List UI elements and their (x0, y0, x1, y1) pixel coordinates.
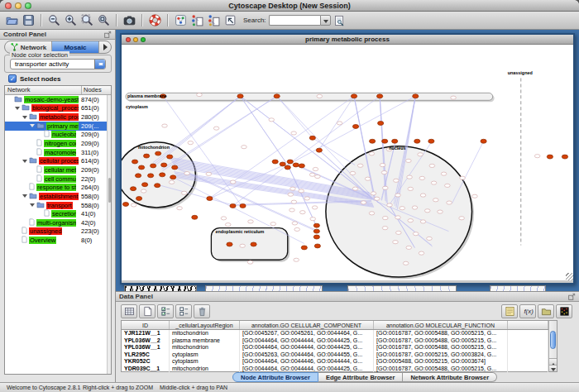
network-node-unselected[interactable] (382, 217, 388, 220)
network-node-unselected[interactable] (315, 174, 321, 178)
network-node-unselected[interactable] (242, 146, 247, 149)
network-node-unselected[interactable] (291, 131, 297, 135)
network-node-selected[interactable] (414, 139, 420, 143)
network-node-unselected[interactable] (181, 191, 187, 194)
network-node-unselected[interactable] (290, 208, 295, 212)
network-node-unselected[interactable] (420, 194, 426, 197)
float-panel-icon[interactable] (104, 31, 112, 38)
column-header-ID[interactable]: ID (122, 321, 170, 329)
network-node-selected[interactable] (138, 165, 144, 170)
network-node-selected[interactable] (135, 174, 141, 178)
network-node-unselected[interactable] (352, 187, 358, 190)
zoom-fit-button[interactable] (95, 12, 112, 28)
network-node-unselected[interactable] (357, 164, 363, 167)
network-view-titlebar[interactable]: primary metabolic process (122, 35, 573, 45)
network-node-unselected[interactable] (371, 192, 376, 195)
table-row-YLR295C[interactable]: YLR295Ccytoplasm[GO:0045263, GO:0044464,… (122, 351, 557, 359)
network-node-selected[interactable] (392, 139, 398, 143)
network-node-unselected[interactable] (350, 171, 356, 174)
help-ring-button[interactable] (146, 12, 163, 28)
network-node-unselected[interactable] (431, 181, 437, 184)
network-node-unselected[interactable] (247, 261, 253, 264)
tree-expand-icon[interactable] (22, 116, 27, 122)
network-node-unselected[interactable] (419, 176, 425, 179)
attribute-matrix-button[interactable] (556, 304, 572, 318)
tree-row-biological-process[interactable]: biological_process651(0) (5, 104, 111, 113)
zoom-out-button[interactable] (45, 12, 62, 28)
network-node-selected[interactable] (369, 139, 375, 143)
network-node-unselected[interactable] (294, 227, 300, 231)
network-node-unselected[interactable] (382, 227, 388, 230)
save-button[interactable] (20, 12, 36, 28)
snapshot-button[interactable] (121, 12, 137, 28)
network-node-selected[interactable] (122, 202, 128, 206)
zoom-selected-button[interactable] (79, 12, 95, 28)
network-node-selected[interactable] (280, 162, 285, 166)
network-node-unselected[interactable] (288, 193, 294, 196)
network-node-unselected[interactable] (438, 210, 443, 213)
select-attributes-button[interactable] (157, 304, 174, 318)
network-node-unselected[interactable] (206, 172, 212, 175)
network-node-selected[interactable] (382, 139, 388, 143)
tab-network-attribute-browser[interactable]: Network Attribute Browser (403, 372, 497, 382)
unselect-attributes-button[interactable] (175, 304, 192, 318)
network-svg[interactable]: plasma membranecytoplasmmitochondrionnuc… (122, 45, 573, 280)
network-node-selected[interactable] (313, 223, 319, 227)
tree-expand-icon[interactable] (15, 107, 20, 112)
network-node-selected[interactable] (428, 139, 434, 143)
tree-expand-icon[interactable] (22, 194, 27, 200)
network-node-unselected[interactable] (424, 209, 430, 213)
advanced-search-button[interactable] (331, 12, 347, 28)
network-node-selected[interactable] (299, 164, 304, 168)
network-node-selected[interactable] (301, 246, 307, 250)
network-node-unselected[interactable] (337, 122, 342, 125)
network-node-unselected[interactable] (270, 222, 276, 226)
import-attributes-button[interactable] (538, 304, 554, 318)
network-node-unselected[interactable] (441, 172, 447, 175)
tree-row-metabolic-process[interactable]: metabolic process280(0) (5, 112, 111, 122)
node-color-dropdown[interactable]: transporter activity (10, 59, 106, 69)
network-node-selected[interactable] (481, 139, 486, 143)
network-node-unselected[interactable] (472, 194, 478, 198)
network-node-unselected[interactable] (177, 207, 183, 210)
network-node-selected[interactable] (141, 183, 147, 187)
network-node-unselected[interactable] (240, 244, 246, 247)
tree-row-primary-metabo[interactable]: primary metabo209(... (5, 122, 111, 131)
tab-overflow-button[interactable] (99, 41, 111, 53)
network-node-unselected[interactable] (406, 246, 412, 249)
float-panel-icon[interactable] (568, 293, 576, 300)
table-row-YKR052C[interactable]: YKR052Ccytoplasm[GO:0044464, GO:0044446,… (122, 358, 557, 366)
tree-row-secretion[interactable]: secretion41(0) (5, 209, 111, 218)
network-node-unselected[interactable] (408, 219, 414, 222)
network-node-selected[interactable] (562, 155, 567, 159)
network-node-selected[interactable] (285, 165, 290, 170)
network-node-selected[interactable] (230, 203, 236, 208)
tree-scrollbar[interactable] (107, 95, 111, 374)
network-node-unselected[interactable] (213, 127, 219, 130)
network-view-window[interactable]: primary metabolic process plasma membran… (120, 33, 575, 284)
network-node-unselected[interactable] (460, 176, 466, 179)
background-network-window[interactable] (124, 285, 197, 291)
network-node-selected[interactable] (351, 94, 356, 98)
network-node-selected[interactable] (287, 160, 293, 164)
network-node-unselected[interactable] (447, 201, 452, 204)
import-edges-button[interactable] (205, 12, 222, 28)
column-header-annotation.GO MOLECULAR_FUNCTION[interactable]: annotation.GO MOLECULAR_FUNCTION (374, 321, 508, 329)
network-node-selected[interactable] (237, 94, 243, 98)
tree-row-multi-organism-pro[interactable]: multi-organism pro42(0) (5, 218, 111, 227)
network-node-unselected[interactable] (248, 220, 254, 223)
vizmapper-button[interactable] (172, 12, 189, 28)
search-dropdown-arrow-icon[interactable] (320, 15, 331, 26)
network-node-unselected[interactable] (299, 189, 304, 193)
column-header-annotation.GO CELLULAR_COMPONENT[interactable]: annotation.GO CELLULAR_COMPONENT (240, 321, 374, 329)
tree-row-response-to-stimulu[interactable]: response to stimulu264(0) (5, 183, 111, 192)
network-node-unselected[interactable] (188, 141, 194, 145)
network-node-unselected[interactable] (395, 216, 401, 219)
table-scrollbar[interactable] (548, 321, 557, 371)
tree-row-cellular-process[interactable]: cellular process614(0) (5, 156, 111, 165)
network-node-selected[interactable] (313, 229, 319, 233)
search-input[interactable] (269, 15, 320, 26)
tree-row-nitrogen-compo[interactable]: nitrogen compo209(0) (5, 139, 111, 148)
network-node-unselected[interactable] (413, 232, 419, 236)
network-node-selected[interactable] (143, 154, 149, 158)
